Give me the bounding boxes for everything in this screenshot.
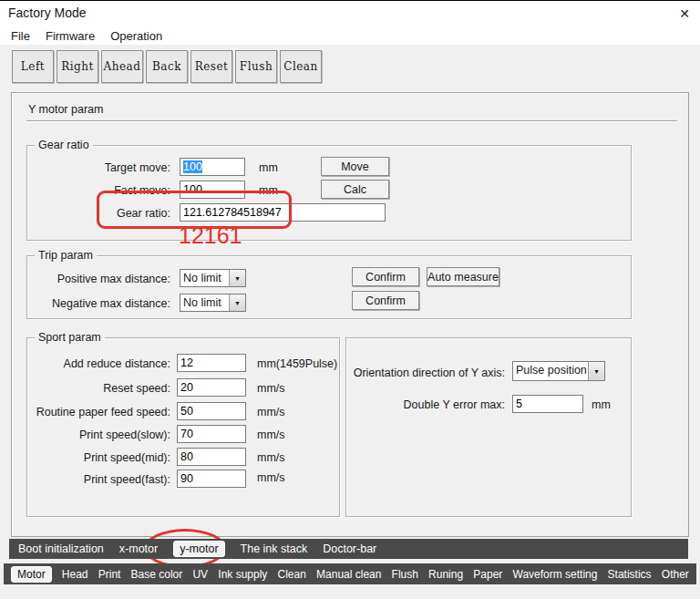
double-y-error-max-unit: mm	[592, 396, 611, 414]
y-motor-param-panel: Y motor param Gear ratio Target move: 10…	[11, 92, 689, 537]
reset-speed-label: Reset speed:	[27, 379, 170, 398]
target-move-value: 100	[183, 160, 202, 173]
menu-firmware[interactable]: Firmware	[44, 29, 97, 43]
client-area: Left Right Ahead Back Reset Flush Clean …	[0, 45, 700, 599]
tab-y-motor[interactable]: y-motor	[173, 541, 224, 557]
orientation-direction-label: Orientation direction of Y axis:	[346, 364, 505, 382]
title-bar: Factory Mode ✕	[0, 1, 700, 26]
print-speed-fast-unit: mm/s	[257, 469, 285, 487]
auto-measure-button[interactable]: Auto measure	[427, 267, 499, 286]
tab-runing[interactable]: Runing	[428, 568, 463, 581]
toolbar: Left Right Ahead Back Reset Flush Clean	[12, 50, 322, 83]
menu-file[interactable]: File	[9, 29, 32, 43]
ahead-button[interactable]: Ahead	[101, 50, 143, 83]
tab-motor[interactable]: Motor	[11, 566, 52, 583]
target-move-input[interactable]: 100	[180, 158, 245, 176]
move-button[interactable]: Move	[321, 157, 389, 176]
routine-paper-feed-speed-unit: mm/s	[257, 403, 285, 421]
menu-bar: File Firmware Operation	[0, 26, 700, 45]
y-axis-group: Orientation direction of Y axis: Pulse p…	[345, 337, 632, 517]
fact-move-label: Fact move:	[27, 181, 170, 200]
print-speed-mid-label: Print speed(mid):	[27, 449, 170, 467]
close-icon[interactable]: ✕	[674, 5, 695, 23]
tab-the-ink-stack[interactable]: The ink stack	[241, 542, 308, 555]
target-move-unit: mm	[259, 159, 278, 177]
trip-param-group-title: Trip param	[35, 249, 97, 262]
panel-title: Y motor param	[28, 103, 103, 116]
panel-title-separator	[26, 120, 677, 122]
print-speed-slow-unit: mm/s	[257, 426, 285, 444]
calc-button[interactable]: Calc	[321, 180, 389, 199]
tab-clean[interactable]: Clean	[278, 568, 306, 581]
orientation-direction-value: Pulse position	[513, 362, 588, 380]
window-title: Factory Mode	[8, 5, 87, 20]
routine-paper-feed-speed-input[interactable]	[177, 402, 246, 420]
double-y-error-max-label: Double Y error max:	[346, 396, 505, 414]
add-reduce-distance-unit: mm(1459Pulse)	[257, 355, 337, 373]
tab-x-motor[interactable]: x-motor	[119, 542, 158, 555]
tab-manual-clean[interactable]: Manual clean	[316, 568, 381, 581]
tab-statistics[interactable]: Statistics	[608, 568, 652, 581]
gear-ratio-group-title: Gear ratio	[35, 139, 93, 151]
negative-max-distance-value: No limit	[180, 294, 229, 311]
reset-button[interactable]: Reset	[190, 50, 232, 83]
factory-mode-window: Factory Mode ✕ File Firmware Operation L…	[0, 0, 700, 599]
left-button[interactable]: Left	[12, 50, 54, 83]
print-speed-mid-input[interactable]	[177, 448, 246, 466]
chevron-down-icon[interactable]: ▼	[229, 270, 245, 286]
print-speed-mid-unit: mm/s	[257, 449, 285, 467]
print-speed-slow-label: Print speed(slow):	[27, 426, 170, 444]
tab-ink-supply[interactable]: Ink supply	[218, 568, 267, 581]
flush-button[interactable]: Flush	[235, 50, 277, 83]
double-y-error-max-input[interactable]	[512, 395, 583, 413]
print-speed-slow-input[interactable]	[177, 425, 246, 443]
main-tab-bar: Motor Head Print Base color UV Ink suppl…	[4, 563, 696, 584]
sport-param-group-title: Sport param	[35, 331, 105, 344]
tab-head[interactable]: Head	[62, 568, 88, 581]
menu-operation[interactable]: Operation	[108, 29, 164, 43]
back-button[interactable]: Back	[146, 50, 188, 83]
tab-uv[interactable]: UV	[192, 568, 208, 581]
fact-move-input[interactable]	[180, 181, 245, 199]
confirm-button-positive[interactable]: Confirm	[352, 267, 419, 286]
target-move-label: Target move:	[27, 159, 170, 177]
print-speed-fast-input[interactable]	[177, 470, 246, 488]
positive-max-distance-select[interactable]: No limit ▼	[180, 269, 246, 287]
chevron-down-icon[interactable]: ▼	[588, 362, 604, 380]
sub-tab-bar: Boot initialization x-motor y-motor The …	[9, 539, 688, 559]
tab-other[interactable]: Other	[662, 568, 689, 581]
trip-param-group: Trip param Positive max distance: No lim…	[26, 255, 632, 319]
clean-button[interactable]: Clean	[280, 50, 322, 83]
sport-param-group: Sport param Add reduce distance: mm(1459…	[26, 337, 340, 517]
confirm-button-negative[interactable]: Confirm	[352, 291, 419, 310]
tab-flush[interactable]: Flush	[392, 568, 418, 581]
gear-ratio-label: Gear ratio:	[27, 204, 170, 222]
tab-base-color[interactable]: Base color	[131, 568, 183, 581]
tab-print[interactable]: Print	[98, 568, 121, 581]
positive-max-distance-value: No limit	[180, 270, 229, 286]
negative-max-distance-label: Negative max distance:	[27, 294, 170, 313]
add-reduce-distance-input[interactable]	[177, 354, 246, 372]
gear-ratio-input[interactable]	[180, 203, 386, 222]
right-button[interactable]: Right	[57, 50, 98, 83]
reset-speed-unit: mm/s	[257, 379, 285, 398]
gear-ratio-group: Gear ratio Target move: 100 mm Move Fact…	[26, 145, 632, 241]
fact-move-unit: mm	[259, 181, 278, 200]
tab-waveform-setting[interactable]: Waveform setting	[513, 568, 598, 581]
routine-paper-feed-speed-label: Routine paper feed speed:	[27, 403, 170, 421]
tab-boot-initialization[interactable]: Boot initialization	[18, 542, 104, 555]
chevron-down-icon[interactable]: ▼	[229, 294, 245, 311]
tab-doctor-bar[interactable]: Doctor-bar	[323, 542, 376, 555]
positive-max-distance-label: Positive max distance:	[27, 270, 170, 288]
add-reduce-distance-label: Add reduce distance:	[27, 355, 170, 373]
reset-speed-input[interactable]	[177, 378, 246, 397]
tab-paper[interactable]: Paper	[473, 568, 502, 581]
orientation-direction-select[interactable]: Pulse position ▼	[512, 361, 605, 381]
negative-max-distance-select[interactable]: No limit ▼	[180, 294, 246, 312]
print-speed-fast-label: Print speed(fast):	[27, 470, 170, 489]
